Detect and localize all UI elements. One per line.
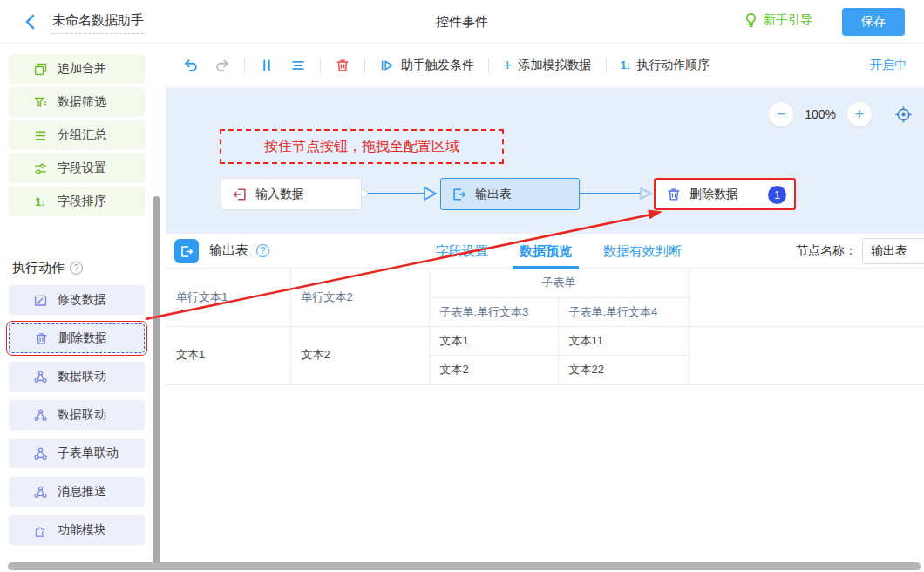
node-delete-data[interactable]: 删除数据 1 [654,178,796,210]
sidebar-item-function-module[interactable]: 功能模块 [9,515,145,545]
sidebar-item-label: 消息推送 [58,484,106,500]
center-view-icon[interactable] [893,105,914,125]
sidebar-item-field-sort[interactable]: 1↓ 字段排序 [9,187,145,216]
redo-button[interactable] [214,58,230,73]
import-icon [232,187,248,202]
tab-data-validation[interactable]: 数据有效判断 [603,234,682,269]
node-name-field: 节点名称： [796,234,924,269]
table-cell-empty [689,326,924,384]
action-order-button[interactable]: 1↓ 执行动作顺序 [621,58,710,73]
add-mock-data-button[interactable]: + 添加模拟数据 [503,58,592,73]
main-area: 助手触发条件 + 添加模拟数据 1↓ 执行动作顺序 开启中 [166,44,924,572]
trash-icon [33,330,49,346]
trash-icon [666,187,682,202]
zoom-level: 100% [805,107,836,121]
horizontal-scrollbar[interactable] [8,562,921,570]
puzzle-icon [32,522,48,538]
sidebar-item-label: 字段设置 [58,160,106,176]
back-button[interactable] [21,12,40,31]
panel-header: 输出表 ? 字段设置 数据预览 数据有效判断 节点名称： [166,234,924,269]
distribute-nodes-button[interactable] [259,58,275,73]
trash-icon [335,58,350,73]
toolbar-divider [364,58,365,73]
tab-data-preview[interactable]: 数据预览 [520,234,572,269]
node-config-panel: 输出表 ? 字段设置 数据预览 数据有效判断 节点名称： 单行文本1 单行文本2 [166,234,924,572]
table-cell: 文本22 [558,355,689,384]
field-settings-icon [32,160,48,176]
beginner-guide-link[interactable]: 新手引导 [743,11,812,28]
help-icon[interactable]: ? [256,244,269,257]
sidebar-item-data-linkage[interactable]: 数据联动 [9,362,145,392]
sidebar-item-label: 字段排序 [58,194,106,209]
drag-hint: 按住节点按钮，拖拽至配置区域 [220,129,504,164]
sidebar-item-delete-data[interactable]: 删除数据 [9,323,145,353]
tab-field-settings[interactable]: 字段设置 [436,234,488,269]
status-toggle[interactable]: 开启中 [870,58,907,73]
node-label: 输入数据 [255,187,304,202]
top-bar: 未命名数据助手 控件事件 新手引导 保存 [0,0,924,44]
sidebar-item-group-summary[interactable]: 分组汇总 [9,120,145,150]
sidebar-item-data-filter[interactable]: 数据筛选 [9,87,145,117]
data-preview-table: 单行文本1 单行文本2 子表单 子表单.单行文本3 子表单.单行文本4 文本1 … [166,269,924,385]
sidebar-item-label: 分组汇总 [58,127,106,143]
undo-button[interactable] [183,58,199,73]
help-icon[interactable]: ? [70,262,83,275]
sidebar-item-label: 修改数据 [58,292,106,308]
filter-icon [32,94,48,110]
delete-node-button[interactable] [335,58,350,73]
table-cell-empty [689,269,924,326]
sort-icon: 1↓ [32,194,48,209]
sidebar-item-data-linkage-2[interactable]: 数据联动 [9,400,145,430]
execute-action-section: 执行动作 ? [12,260,166,276]
toolbar-divider [606,58,607,73]
horizontal-lines-icon [290,58,306,73]
trigger-condition-button[interactable]: 助手触发条件 [379,58,474,73]
sidebar-item-field-settings[interactable]: 字段设置 [9,153,145,183]
flow-canvas[interactable]: − 100% + 按住节点按钮，拖拽至配置区域 输入数据 [166,88,924,234]
export-icon [452,187,467,202]
node-label: 输出表 [475,187,512,202]
align-nodes-button[interactable] [290,58,306,73]
column-header: 子表单.单行文本4 [558,297,689,326]
sidebar-item-message-push[interactable]: 消息推送 [9,477,145,507]
play-condition-icon [379,58,395,73]
sidebar-item-label: 数据联动 [58,407,106,423]
export-icon [174,239,199,263]
control-event-editor: 未命名数据助手 控件事件 新手引导 保存 追加合并 [0,0,924,572]
save-button[interactable]: 保存 [842,8,905,36]
node-input-data[interactable]: 输入数据 [221,178,362,210]
add-mock-data-label: 添加模拟数据 [519,58,592,73]
zoom-in-button[interactable]: + [847,102,872,126]
sidebar-scrollbar[interactable] [153,196,160,565]
zoom-controls: − 100% + [769,102,914,126]
table-cell: 文本11 [558,326,689,355]
panel-title: 输出表 ? [209,242,269,259]
sidebar-item-label: 删除数据 [58,330,107,346]
panel-title-text: 输出表 [209,242,248,259]
action-order-label: 执行动作顺序 [636,58,710,73]
linkage-icon [32,484,48,500]
zoom-out-button[interactable]: − [769,102,793,126]
panel-tabs: 字段设置 数据预览 数据有效判断 [436,234,682,269]
chevron-left-icon [21,12,40,31]
sidebar-item-subform-linkage[interactable]: 子表单联动 [9,439,145,468]
column-header: 单行文本1 [166,269,290,326]
toolbar-divider [320,58,321,73]
assistant-title[interactable]: 未命名数据助手 [52,12,144,34]
canvas-toolbar: 助手触发条件 + 添加模拟数据 1↓ 执行动作顺序 开启中 [166,44,924,87]
sort-order-icon: 1↓ [621,58,631,72]
merge-icon [32,61,48,77]
sidebar-item-modify-data[interactable]: 修改数据 [9,285,145,315]
sidebar-item-label: 数据联动 [58,369,106,385]
toolbar-divider [488,58,489,73]
toolbar-divider [244,58,245,73]
sidebar-item-label: 子表单联动 [58,446,119,461]
page-title: 控件事件 [436,14,488,31]
node-output-table[interactable]: 输出表 [440,178,580,210]
node-name-input[interactable] [862,238,924,264]
section-title: 执行动作 [12,260,65,276]
sidebar-item-label: 追加合并 [58,61,106,77]
sidebar-item-append-merge[interactable]: 追加合并 [9,54,145,84]
table-cell: 文本2 [290,326,429,384]
beginner-guide-label: 新手引导 [764,12,812,28]
